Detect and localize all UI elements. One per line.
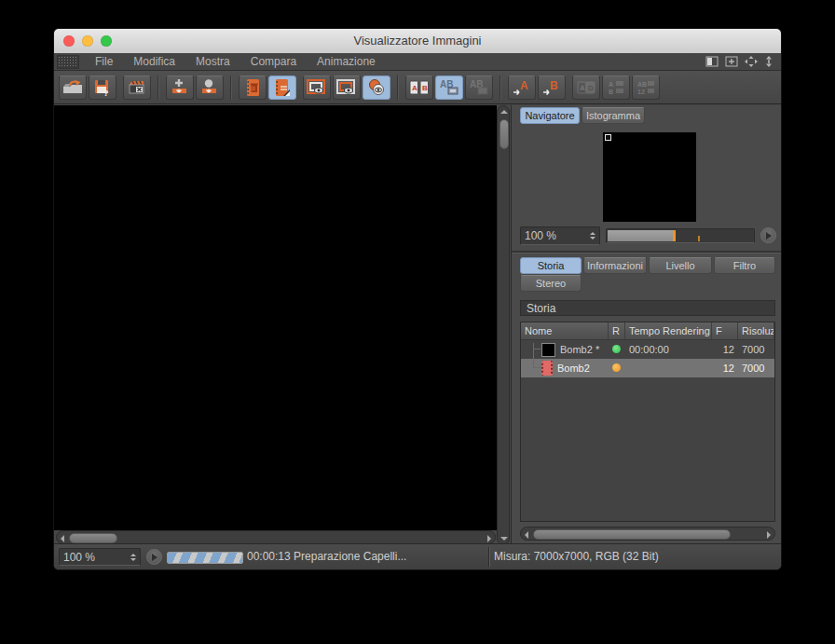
navigator-zoom-field[interactable]: 100 % [520,226,600,245]
expand-all-icon[interactable] [745,56,758,67]
tree-line-branch [533,349,541,349]
tab-filtro[interactable]: Filtro [714,257,775,274]
tab-informazioni[interactable]: Informazioni [583,257,647,274]
row-time-cell: 00:00:00 [625,344,712,355]
ab-side-by-side-button[interactable]: AB [405,75,433,100]
scroll-down-arrow[interactable] [500,537,508,541]
scroll-left-arrow[interactable] [525,531,528,539]
navigator-zoom-slider[interactable] [606,228,755,243]
ab-frames-disabled-button[interactable]: AB12 [632,75,660,100]
save-image-button[interactable]: ? [89,75,116,100]
drag-grip[interactable] [57,55,79,69]
goto-image-b-button[interactable]: B [538,75,566,100]
history-row-selected[interactable]: Bomb2 12 7000 [521,359,774,377]
fit-image-button[interactable] [166,75,194,100]
clear-render-button[interactable] [123,75,151,100]
status-dot-amber [612,363,621,372]
col-tempo[interactable]: Tempo Rendering [625,322,712,339]
navigator-play-button[interactable] [760,227,776,243]
toolbar: ? AB AB AB A B AD [54,71,781,104]
d-glyph: D [588,84,594,92]
compare-ab-button[interactable] [363,75,390,100]
remove-from-history-button[interactable] [239,75,267,100]
tab-istogramma[interactable]: Istogramma [582,107,645,124]
a-glyph: A [520,79,528,92]
viewer-zoom-value: 100 % [63,551,95,564]
vertical-resize-icon[interactable] [764,56,773,67]
playback-button[interactable] [146,549,162,565]
slider-handle[interactable] [673,230,676,241]
tab-livello[interactable]: Livello [649,257,712,274]
b-glyph: B [609,89,613,95]
tab-navigatore[interactable]: Navigatore [520,107,580,124]
navigator-region-marker[interactable] [605,134,611,141]
col-nome[interactable]: Nome [521,322,609,339]
image-canvas[interactable] [54,105,497,530]
viewer-vscrollbar[interactable] [497,105,510,545]
row-resolution-cell: 7000 [738,363,774,374]
titlebar[interactable]: Visualizzatore Immagini [54,29,781,54]
open-image-button[interactable] [59,75,87,100]
history-row[interactable]: Bomb2 * 00:00:00 12 7000 [521,340,774,359]
swap-ab-disabled-button[interactable]: AD [572,75,600,100]
set-compare-b-button[interactable] [333,75,361,100]
vscroll-thumb[interactable] [500,119,509,149]
tab-stereo[interactable]: Stereo [520,275,582,292]
menu-file[interactable]: File [85,55,123,68]
row-name-cell: Bomb2 * [521,343,609,357]
col-f[interactable]: F [712,322,738,339]
toolbar-separator [157,75,159,100]
scroll-right-arrow[interactable] [767,531,771,539]
navigator-zoom-value: 100 % [525,229,556,242]
hscroll-thumb[interactable] [69,533,117,543]
row-resolution-cell: 7000 [738,344,774,355]
render-name: Bomb2 [557,363,590,374]
scroll-right-arrow[interactable] [487,535,491,542]
toggle-history-button[interactable] [268,75,296,100]
render-name: Bomb2 * [560,344,599,355]
b-glyph: B [422,84,428,92]
compare-set-group [303,75,390,100]
viewer-zoom-field[interactable]: 100 % [59,548,141,566]
goto-image-a-button[interactable]: A [508,75,536,100]
history-hscrollbar[interactable] [520,527,775,541]
history-section-title: Storia [520,300,775,316]
b-glyph: B [550,79,558,92]
render-progress-bar [167,552,243,564]
scroll-up-arrow[interactable] [500,110,508,114]
region-render-button[interactable] [196,75,224,100]
window-layout-controls [705,56,781,67]
navigator-preview[interactable] [603,132,696,222]
toolbar-separator [500,75,501,100]
question-glyph: ? [103,89,109,97]
viewer-hscrollbar[interactable] [56,530,496,544]
set-compare-a-button[interactable] [303,75,331,100]
zoom-stepper[interactable] [130,554,136,561]
scroll-left-arrow[interactable] [61,535,64,542]
menu-animazione[interactable]: Animazione [307,55,386,68]
right-panel: Navigatore Istogramma 100 % Storia Infor… [511,105,782,546]
hscroll-thumb[interactable] [533,529,731,540]
history-table: Nome R Tempo Rendering F Risoluz Bomb2 *… [520,322,775,522]
split-view-icon[interactable] [705,56,719,67]
stepper-up-icon[interactable] [130,554,136,556]
history-table-header: Nome R Tempo Rendering F Risoluz [521,322,774,340]
play-icon [152,554,161,561]
window-title: Visualizzatore Immagini [54,34,781,48]
n12-glyph: 12 [637,89,645,95]
menu-compara[interactable]: Compara [240,55,307,68]
col-risoluzione[interactable]: Risoluz [738,322,774,339]
zoom-stepper[interactable] [590,232,595,240]
stepper-up-icon[interactable] [590,232,595,235]
menu-modifica[interactable]: Modifica [123,55,185,68]
ab-onscreen-button[interactable]: AB [435,75,463,100]
ab-onscreen-disabled-button[interactable]: AB [465,75,493,100]
align-ab-disabled-button[interactable]: AB [602,75,630,100]
row-status-cell [609,344,625,355]
stepper-down-icon[interactable] [130,558,136,561]
add-panel-icon[interactable] [725,56,738,67]
stepper-down-icon[interactable] [590,237,595,240]
tab-storia[interactable]: Storia [520,257,582,274]
menu-mostra[interactable]: Mostra [185,55,240,68]
col-r[interactable]: R [609,322,625,339]
